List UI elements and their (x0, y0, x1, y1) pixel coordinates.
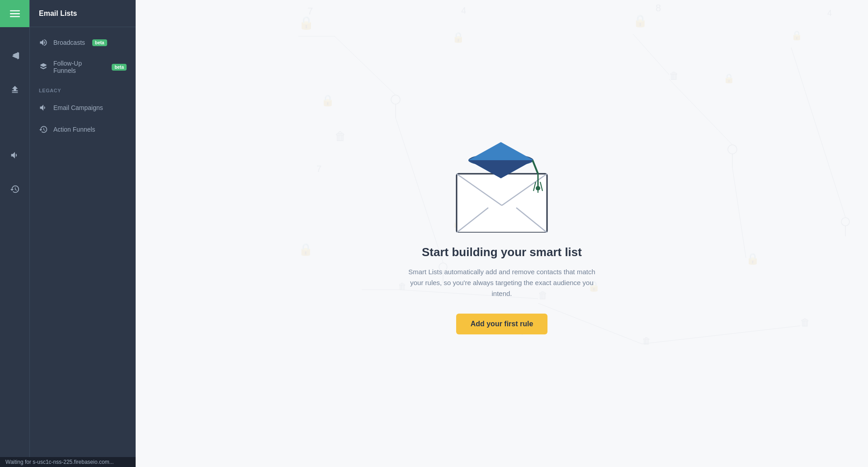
main-description: Smart Lists automatically add and remove… (402, 267, 601, 299)
broadcasts-icon (39, 38, 48, 47)
svg-rect-1 (10, 13, 20, 14)
sidebar: Email Lists Broadcasts beta Follow-Up Fu… (29, 0, 136, 467)
followup-funnels-icon (39, 62, 48, 71)
sidebar-item-broadcasts[interactable]: Broadcasts beta (30, 32, 136, 53)
main-title: Start building your smart list (422, 245, 582, 259)
empty-state: Start building your smart list Smart Lis… (384, 115, 619, 353)
status-bar: Waiting for s-usc1c-nss-225.firebaseio.c… (0, 457, 136, 467)
email-campaigns-icon (39, 103, 48, 112)
sidebar-nav: Broadcasts beta Follow-Up Funnels beta L… (30, 27, 136, 145)
broadcasts-nav-icon[interactable] (0, 41, 29, 70)
svg-text:🗑: 🗑 (669, 70, 679, 81)
sidebar-item-action-funnels[interactable]: Action Funnels (30, 119, 136, 140)
illustration (443, 133, 561, 233)
svg-text:🔒: 🔒 (321, 94, 335, 107)
svg-text:4: 4 (461, 5, 466, 15)
svg-line-44 (732, 167, 746, 258)
svg-text:🗑: 🗑 (800, 317, 810, 328)
svg-line-45 (791, 48, 845, 217)
svg-text:7: 7 (307, 5, 313, 17)
svg-text:7: 7 (316, 164, 321, 174)
action-funnels-nav-icon[interactable] (0, 174, 29, 204)
email-campaigns-label: Email Campaigns (53, 104, 103, 111)
funnels-nav-icon[interactable] (0, 75, 29, 104)
svg-rect-2 (10, 16, 20, 17)
followup-funnels-label: Follow-Up Funnels (53, 60, 104, 74)
main-content: 🔒 🔒 🔒 🔒 🔒 🔒 🔒 🔒 🔒 🔒 🔒 🔒 🔒 🗑 🗑 🗑 🗑 🗑 (136, 0, 868, 467)
svg-text:🔒: 🔒 (723, 73, 735, 84)
svg-line-59 (533, 160, 538, 174)
menu-icon-button[interactable] (0, 0, 29, 27)
svg-text:4: 4 (827, 9, 832, 18)
svg-line-43 (669, 79, 732, 145)
sidebar-header: Email Lists (30, 0, 136, 27)
svg-text:🗑: 🗑 (335, 129, 346, 143)
status-text: Waiting for s-usc1c-nss-225.firebaseio.c… (5, 459, 114, 465)
svg-point-31 (391, 95, 400, 104)
svg-text:🔒: 🔒 (633, 14, 648, 28)
svg-text:🔒: 🔒 (791, 30, 802, 41)
svg-rect-0 (10, 10, 20, 11)
svg-point-33 (728, 145, 737, 154)
svg-text:🔒: 🔒 (452, 31, 465, 43)
svg-text:🔒: 🔒 (298, 15, 314, 30)
svg-line-40 (335, 36, 396, 95)
svg-text:8: 8 (656, 2, 661, 14)
broadcasts-label: Broadcasts (53, 39, 85, 46)
add-first-rule-button[interactable]: Add your first rule (456, 314, 548, 334)
sidebar-item-followup-funnels[interactable]: Follow-Up Funnels beta (30, 53, 136, 81)
broadcasts-badge: beta (92, 39, 107, 46)
icon-bar (0, 0, 29, 467)
svg-text:🗑: 🗑 (642, 336, 651, 346)
svg-line-50 (642, 326, 800, 344)
svg-text:🔒: 🔒 (298, 242, 313, 257)
svg-line-42 (633, 34, 669, 75)
sidebar-item-email-campaigns[interactable]: Email Campaigns (30, 97, 136, 119)
followup-funnels-badge: beta (112, 64, 127, 71)
sidebar-title: Email Lists (39, 10, 77, 18)
svg-text:🔒: 🔒 (746, 252, 760, 265)
legacy-section-label: Legacy (30, 81, 136, 97)
action-funnels-label: Action Funnels (53, 126, 95, 133)
svg-point-37 (841, 218, 849, 226)
campaigns-nav-icon[interactable] (0, 140, 29, 170)
action-funnels-icon (39, 125, 48, 134)
